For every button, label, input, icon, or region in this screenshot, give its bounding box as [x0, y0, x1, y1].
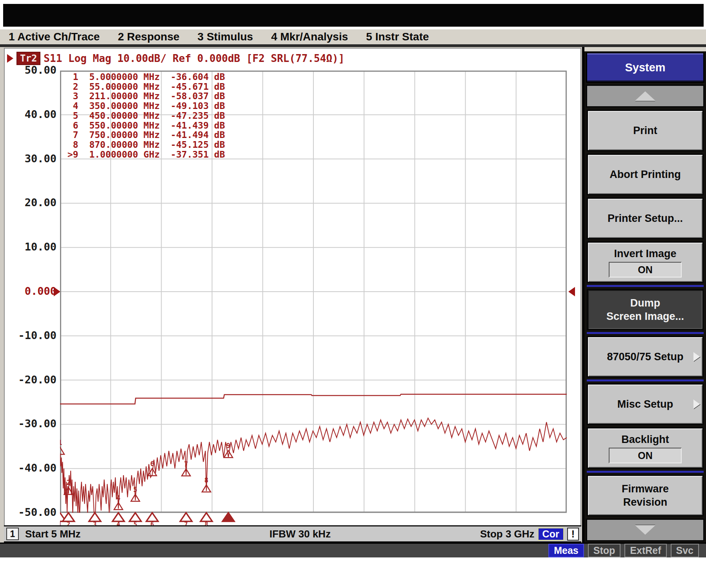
- trace-format-label: S11 Log Mag 10.00dB/ Ref 0.000dB [F2 SRL…: [44, 53, 344, 64]
- ifbw-label: IFBW 30 kHz: [269, 528, 331, 540]
- menu-item[interactable]: 5 Instr State: [366, 31, 429, 43]
- svg-text:7: 7: [184, 460, 188, 468]
- softkey-separator: [587, 379, 704, 381]
- y-axis-tick-label: 20.00: [7, 196, 56, 209]
- menu-item[interactable]: 1 Active Ch/Trace: [9, 31, 100, 43]
- svg-text:8: 8: [204, 476, 208, 484]
- softkey-button[interactable]: Print: [587, 110, 704, 151]
- softkey-button[interactable]: BacklightON: [587, 427, 704, 469]
- y-axis-tick-label: 0.000: [7, 285, 56, 298]
- y-axis-tick-label: -20.00: [7, 374, 56, 386]
- svg-text:5: 5: [133, 486, 137, 494]
- softkey-button[interactable]: Misc Setup: [587, 383, 704, 425]
- channel-number-badge: 1: [6, 528, 19, 540]
- y-axis-tick-label: -50.00: [7, 506, 56, 519]
- softkey-button[interactable]: 87050/75 Setup: [587, 336, 704, 377]
- y-axis-tick-label: 10.00: [7, 241, 56, 253]
- softkey-scroll-down-button[interactable]: [586, 519, 704, 541]
- status-indicator-meas: Meas: [548, 544, 584, 557]
- marker-position-indicators: 12345678: [60, 513, 234, 527]
- menu-item[interactable]: 2 Response: [118, 31, 179, 43]
- svg-text:1: 1: [60, 439, 62, 446]
- softkey-separator: [587, 332, 704, 334]
- marker-table: 1 5.0000000 MHz -36.604 dB 2 55.000000 M…: [67, 72, 225, 159]
- softkey-menu: System PrintAbort PrintingPrinter Setup.…: [582, 47, 706, 543]
- softkey-label: Printer Setup...: [608, 212, 683, 225]
- softkey-button[interactable]: Printer Setup...: [587, 198, 704, 239]
- y-axis-tick-label: -40.00: [7, 462, 56, 474]
- softkey-toggle-state: ON: [609, 448, 681, 463]
- softkey-top-strip: [584, 47, 706, 51]
- correction-status-badge: Cor: [538, 528, 564, 541]
- softkey-label: Dump Screen Image...: [606, 296, 684, 323]
- softkey-label: Print: [633, 124, 657, 137]
- menu-item[interactable]: 3 Stimulus: [198, 31, 253, 43]
- softkey-scroll-up-button[interactable]: [586, 85, 704, 107]
- start-frequency-label: Start 5 MHz: [25, 528, 81, 540]
- y-axis-tick-label: -30.00: [7, 417, 56, 430]
- softkey-label: Misc Setup: [617, 397, 673, 411]
- measurement-display: Tr2 S11 Log Mag 10.00dB/ Ref 0.000dB [F2…: [4, 48, 581, 526]
- channel-status-bar: 1 Start 5 MHz IFBW 30 kHz Stop 3 GHz Cor…: [4, 525, 581, 543]
- softkey-separator: [587, 285, 704, 287]
- status-indicator-stop: Stop: [588, 544, 621, 557]
- softkey-label: Abort Printing: [610, 168, 681, 181]
- softkey-button[interactable]: Invert ImageON: [587, 241, 704, 283]
- svg-text:2: 2: [66, 479, 70, 486]
- status-indicator-svc: Svc: [671, 544, 699, 557]
- trace-header: Tr2 S11 Log Mag 10.00dB/ Ref 0.000dB [F2…: [7, 52, 344, 65]
- up-arrow-icon: [635, 91, 655, 101]
- svg-text:4: 4: [116, 494, 120, 502]
- softkey-label: Backlight: [621, 433, 669, 446]
- trace-id-badge: Tr2: [16, 52, 40, 65]
- softkey-toggle-state: ON: [609, 262, 681, 278]
- alert-badge: !: [567, 528, 579, 541]
- softkey-label: Invert Image: [614, 247, 676, 260]
- softkey-button[interactable]: Abort Printing: [587, 154, 704, 195]
- menu-bar: 1 Active Ch/Trace2 Response3 Stimulus4 M…: [0, 29, 706, 47]
- softkey-separator: [587, 471, 704, 473]
- ref-level-arrow-right-icon: [568, 287, 575, 296]
- y-axis-tick-label: -10.00: [7, 329, 56, 342]
- softkey-label: Firmware Revision: [622, 482, 669, 509]
- softkey-button[interactable]: Dump Screen Image...: [587, 289, 704, 330]
- main-content: Tr2 S11 Log Mag 10.00dB/ Ref 0.000dB [F2…: [0, 47, 706, 543]
- ref-level-arrow-left-icon: [54, 287, 60, 296]
- submenu-arrow-icon: [693, 352, 700, 361]
- softkey-button[interactable]: Firmware Revision: [587, 475, 704, 516]
- svg-text:6: 6: [150, 460, 154, 468]
- down-arrow-icon: [635, 525, 655, 535]
- y-axis-tick-label: 50.00: [7, 64, 56, 76]
- status-indicator-extref: ExtRef: [624, 544, 666, 557]
- softkey-menu-title: System: [586, 52, 704, 83]
- svg-text:9: 9: [226, 442, 230, 450]
- softkey-label: 87050/75 Setup: [607, 350, 683, 363]
- instrument-status-bar: MeasStopExtRefSvc: [0, 543, 706, 557]
- y-axis-tick-label: 30.00: [7, 152, 56, 165]
- top-black-band: [3, 4, 704, 27]
- active-trace-arrow-icon: [7, 54, 13, 63]
- submenu-arrow-icon: [693, 399, 700, 409]
- stop-frequency-label: Stop 3 GHz: [480, 528, 535, 540]
- y-axis-tick-label: 40.00: [7, 108, 56, 121]
- menu-item[interactable]: 4 Mkr/Analysis: [271, 31, 348, 43]
